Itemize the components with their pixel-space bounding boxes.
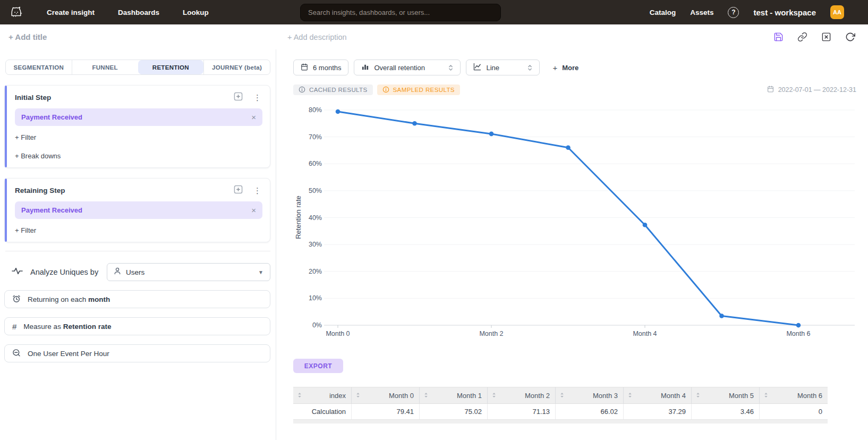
plus-icon: + (552, 63, 557, 72)
nav-assets[interactable]: Assets (690, 9, 713, 16)
date-range-text: 2022-07-01 — 2022-12-31 (778, 86, 856, 94)
pulse-icon (12, 267, 23, 277)
bar-chart-icon (361, 63, 369, 72)
calendar-icon (767, 86, 774, 94)
table-header-month3[interactable]: Month 3 (556, 387, 624, 403)
link-icon[interactable] (797, 32, 807, 42)
x-tick-label: Month 0 (326, 330, 350, 337)
event-chip[interactable]: Payment Received × (15, 201, 262, 219)
status-row: CACHED RESULTS SAMPLED RESULTS (293, 84, 868, 95)
metric-select[interactable]: Overall retention (354, 60, 461, 75)
table-header-month5[interactable]: Month 5 (692, 387, 760, 403)
chevron-down-icon: ▼ (258, 269, 263, 275)
close-square-icon[interactable] (821, 32, 831, 42)
more-button[interactable]: + More (552, 63, 578, 72)
sampled-results-badge: SAMPLED RESULTS (377, 84, 460, 95)
add-filter-button[interactable]: + Filter (15, 226, 262, 234)
table-header-month2[interactable]: Month 2 (488, 387, 556, 403)
data-point[interactable] (643, 223, 648, 227)
sort-icon[interactable] (628, 392, 632, 400)
workspace-name[interactable]: test - workspace (753, 8, 816, 17)
table-scrollbar[interactable] (293, 420, 828, 424)
sort-icon[interactable] (560, 392, 564, 400)
nav-dashboards[interactable]: Dashboards (118, 9, 159, 16)
insight-header-bar: + Add title + Add description (0, 24, 868, 49)
sampling-label: One User Event Per Hour (28, 350, 109, 358)
y-tick-label: 60% (309, 160, 322, 167)
y-tick-label: 80% (309, 106, 322, 114)
remove-event-icon[interactable]: × (251, 206, 256, 215)
table-header-month6[interactable]: Month 6 (760, 387, 828, 403)
sampling-button[interactable]: One User Event Per Hour (4, 344, 270, 362)
save-icon[interactable] (773, 32, 784, 42)
table-cell: 66.02 (556, 404, 624, 419)
results-table: index Month 0 Month 1 Month 2 Month 3 Mo… (293, 387, 828, 424)
analyze-entity-select[interactable]: Users ▼ (107, 263, 270, 281)
add-breakdown-button[interactable]: + Break downs (15, 152, 262, 160)
sort-icon[interactable] (356, 392, 360, 400)
tab-funnel[interactable]: FUNNEL (72, 60, 138, 74)
table-header-month0[interactable]: Month 0 (352, 387, 420, 403)
chart-type-select[interactable]: Line (466, 60, 540, 75)
retention-chart-svg: 0%10%20%30%40%50%60%70%80%Month 0Month 2… (293, 99, 856, 339)
y-axis-label: Retention rate (294, 196, 302, 239)
y-tick-label: 0% (312, 321, 322, 329)
tab-journey[interactable]: JOURNEY (beta) (203, 60, 270, 74)
sort-icon[interactable] (492, 392, 496, 400)
sort-icon[interactable] (424, 392, 428, 400)
table-cell: 3.46 (692, 404, 760, 419)
analyze-entity-value: Users (126, 268, 144, 276)
table-header-index[interactable]: index (293, 387, 352, 403)
add-title-button[interactable]: + Add title (8, 32, 47, 41)
top-nav-bar: Create insight Dashboards Lookup Catalog… (0, 0, 868, 24)
nav-catalog[interactable]: Catalog (650, 9, 676, 16)
data-point[interactable] (336, 109, 341, 114)
retaining-step-card: Retaining Step ⋮ Payment Received × + Fi… (4, 178, 270, 242)
add-description-button[interactable]: + Add description (287, 33, 347, 41)
remove-event-icon[interactable]: × (251, 113, 256, 122)
sort-icon[interactable] (297, 392, 302, 400)
measure-as-button[interactable]: # Measure as Retention rate (4, 317, 270, 335)
data-point[interactable] (412, 121, 417, 126)
cached-results-badge: CACHED RESULTS (293, 84, 373, 95)
returning-interval-button[interactable]: Returning on each month (4, 290, 270, 308)
date-range-button[interactable]: 6 months (293, 60, 348, 75)
chart-toolbar: 6 months Overall retention (293, 60, 868, 75)
chart-type-value: Line (486, 64, 499, 72)
event-chip[interactable]: Payment Received × (15, 108, 262, 126)
retention-chart: 0%10%20%30%40%50%60%70%80%Month 0Month 2… (293, 99, 868, 339)
step-accent-bar (5, 86, 7, 167)
table-header-month4[interactable]: Month 4 (624, 387, 692, 403)
add-event-icon[interactable] (234, 185, 243, 196)
event-chip-label: Payment Received (21, 206, 82, 214)
search-input[interactable] (300, 4, 501, 21)
refresh-icon[interactable] (845, 32, 855, 42)
data-point[interactable] (719, 314, 724, 318)
table-header-row: index Month 0 Month 1 Month 2 Month 3 Mo… (293, 387, 828, 404)
step-menu-icon[interactable]: ⋮ (253, 94, 261, 101)
nav-lookup[interactable]: Lookup (183, 9, 209, 16)
tab-retention[interactable]: RETENTION (138, 60, 204, 74)
nav-create-insight[interactable]: Create insight (47, 9, 95, 16)
data-point[interactable] (566, 145, 571, 150)
sort-icon[interactable] (696, 392, 700, 400)
avatar[interactable]: AA (830, 5, 844, 19)
data-point[interactable] (796, 323, 801, 328)
table-header-month1[interactable]: Month 1 (420, 387, 488, 403)
add-event-icon[interactable] (234, 92, 243, 103)
measure-value: Retention rate (63, 323, 112, 331)
metric-select-value: Overall retention (374, 64, 424, 72)
export-button[interactable]: EXPORT (293, 359, 343, 373)
tab-segmentation[interactable]: SEGMENTATION (6, 60, 72, 74)
cat-logo-icon[interactable] (10, 5, 23, 19)
sort-icon[interactable] (764, 392, 768, 400)
step-menu-icon[interactable]: ⋮ (253, 187, 261, 194)
select-chevrons-icon (448, 64, 453, 72)
data-point[interactable] (489, 132, 494, 137)
results-panel: 6 months Overall retention (276, 49, 868, 440)
add-filter-button[interactable]: + Filter (15, 133, 262, 141)
date-range-display: 2022-07-01 — 2022-12-31 (767, 86, 856, 94)
step-accent-bar (5, 179, 7, 242)
help-icon[interactable]: ? (728, 7, 739, 18)
global-search (300, 4, 501, 21)
